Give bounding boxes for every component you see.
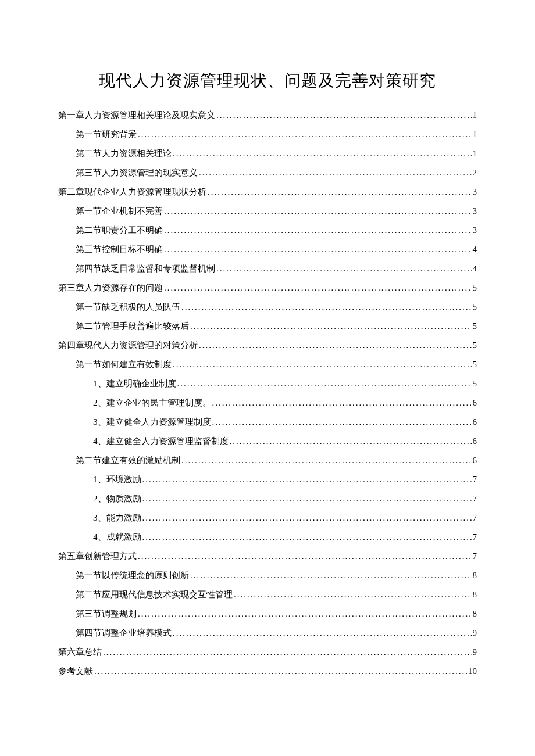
toc-entry-page: 5 <box>472 317 477 336</box>
toc-entry-page: 1 <box>472 125 477 144</box>
toc-entry-label: 第四节调整企业培养模式 <box>76 624 172 643</box>
toc-entry: 第三节控制目标不明确4 <box>58 240 477 259</box>
toc-leader-dots <box>93 662 467 681</box>
toc-entry-page: 7 <box>472 547 477 566</box>
toc-leader-dots <box>137 125 472 144</box>
toc-entry-label: 第三节调整规划 <box>76 604 137 624</box>
toc-entry-page: 6 <box>472 451 477 470</box>
toc-entry: 参考文献10 <box>58 662 477 681</box>
toc-entry-label: 第一节研究背景 <box>76 125 137 144</box>
toc-entry: 第四节缺乏日常监督和专项监督机制4 <box>58 259 477 278</box>
toc-entry: 第二节建立有效的激励机制6 <box>58 451 477 470</box>
toc-entry-page: 5 <box>472 336 477 355</box>
toc-entry: 1、建立明确企业制度5 <box>58 374 477 393</box>
toc-entry: 第二章现代企业人力资源管理现状分析3 <box>58 182 477 202</box>
toc-entry: 第一节研究背景1 <box>58 125 477 144</box>
toc-entry-page: 7 <box>472 470 477 489</box>
toc-leader-dots <box>163 278 472 298</box>
toc-entry: 第三节调整规划8 <box>58 604 477 624</box>
toc-leader-dots <box>102 643 472 662</box>
toc-leader-dots <box>229 432 472 451</box>
toc-entry-label: 第一节如何建立有效制度 <box>76 355 172 374</box>
toc-entry-page: 6 <box>472 393 477 413</box>
toc-entry-label: 第一节以传统理念的原则创新 <box>76 566 189 585</box>
table-of-contents: 第一章人力资源管理相关理论及现实意义1第一节研究背景1第二节人力资源相关理论1第… <box>58 106 477 681</box>
toc-entry-label: 第四节缺乏日常监督和专项监督机制 <box>76 259 215 278</box>
toc-entry-label: 4、成就激励 <box>93 528 141 547</box>
toc-entry-label: 第二章现代企业人力资源管理现状分析 <box>58 182 206 202</box>
toc-entry: 3、能力激励7 <box>58 508 477 528</box>
toc-leader-dots <box>163 202 472 221</box>
toc-leader-dots <box>180 298 472 317</box>
toc-entry: 2、建立企业的民主管理制度。6 <box>58 393 477 413</box>
toc-entry: 1、环境激励7 <box>58 470 477 489</box>
toc-entry-label: 第三节控制目标不明确 <box>76 240 163 259</box>
toc-entry-page: 3 <box>472 182 477 202</box>
toc-entry-label: 第三节人力资源管理的现实意义 <box>76 163 198 182</box>
toc-entry-label: 第一章人力资源管理相关理论及现实意义 <box>58 106 215 125</box>
toc-leader-dots <box>141 528 472 547</box>
toc-entry-page: 7 <box>472 489 477 508</box>
toc-leader-dots <box>176 374 472 393</box>
toc-entry-label: 第三章人力资源存在的问题 <box>58 278 163 298</box>
toc-entry: 第五章创新管理方式7 <box>58 547 477 566</box>
toc-leader-dots <box>198 163 472 182</box>
toc-leader-dots <box>141 489 472 508</box>
toc-entry-label: 第一节缺乏积极的人员队伍 <box>76 298 180 317</box>
toc-entry-page: 8 <box>472 566 477 585</box>
toc-entry: 4、建立健全人力资源管理监督制度6 <box>58 432 477 451</box>
toc-leader-dots <box>163 221 472 240</box>
toc-leader-dots <box>211 393 472 413</box>
toc-leader-dots <box>141 470 472 489</box>
toc-entry-page: 9 <box>472 624 477 643</box>
toc-entry-page: 3 <box>472 202 477 221</box>
toc-entry-page: 7 <box>472 508 477 528</box>
toc-entry: 第一节企业机制不完善3 <box>58 202 477 221</box>
toc-leader-dots <box>172 144 472 163</box>
toc-entry-label: 第五章创新管理方式 <box>58 547 137 566</box>
toc-entry: 4、成就激励7 <box>58 528 477 547</box>
toc-entry-page: 8 <box>472 604 477 624</box>
toc-entry-page: 1 <box>472 144 477 163</box>
toc-entry-page: 2 <box>472 163 477 182</box>
toc-entry: 第三章人力资源存在的问题5 <box>58 278 477 298</box>
toc-leader-dots <box>206 182 472 202</box>
toc-entry-label: 第二节人力资源相关理论 <box>76 144 172 163</box>
toc-leader-dots <box>180 451 472 470</box>
toc-leader-dots <box>198 336 472 355</box>
toc-entry: 3、建立健全人力资源管理制度6 <box>58 413 477 432</box>
toc-leader-dots <box>172 624 472 643</box>
toc-entry-label: 第一节企业机制不完善 <box>76 202 163 221</box>
toc-leader-dots <box>215 106 472 125</box>
toc-entry-label: 第二节管理手段普遍比较落后 <box>76 317 189 336</box>
toc-entry-label: 1、建立明确企业制度 <box>93 374 176 393</box>
toc-entry: 第二节人力资源相关理论1 <box>58 144 477 163</box>
toc-leader-dots <box>211 413 472 432</box>
toc-entry: 第四章现代人力资源管理的对策分析5 <box>58 336 477 355</box>
toc-entry: 第三节人力资源管理的现实意义2 <box>58 163 477 182</box>
toc-leader-dots <box>141 508 472 528</box>
toc-entry: 第一节缺乏积极的人员队伍5 <box>58 298 477 317</box>
toc-leader-dots <box>137 604 472 624</box>
toc-entry-page: 1 <box>472 106 477 125</box>
toc-entry-page: 8 <box>472 585 477 604</box>
toc-leader-dots <box>189 317 472 336</box>
toc-leader-dots <box>233 585 472 604</box>
toc-entry-page: 3 <box>472 221 477 240</box>
toc-entry-label: 第二节职责分工不明确 <box>76 221 163 240</box>
toc-entry: 第二节应用现代信息技术实现交互性管理8 <box>58 585 477 604</box>
toc-leader-dots <box>137 547 472 566</box>
toc-entry-label: 3、能力激励 <box>93 508 141 528</box>
toc-entry-label: 2、建立企业的民主管理制度。 <box>93 393 211 413</box>
toc-entry: 第四节调整企业培养模式9 <box>58 624 477 643</box>
toc-entry-label: 3、建立健全人力资源管理制度 <box>93 413 211 432</box>
toc-entry-label: 2、物质激励 <box>93 489 141 508</box>
toc-entry: 第一章人力资源管理相关理论及现实意义1 <box>58 106 477 125</box>
toc-entry-page: 9 <box>472 643 477 662</box>
toc-entry-label: 4、建立健全人力资源管理监督制度 <box>93 432 229 451</box>
toc-leader-dots <box>215 259 472 278</box>
toc-entry-page: 5 <box>472 374 477 393</box>
toc-entry-page: 4 <box>472 259 477 278</box>
toc-entry-label: 参考文献 <box>58 662 93 681</box>
toc-entry-label: 第四章现代人力资源管理的对策分析 <box>58 336 198 355</box>
